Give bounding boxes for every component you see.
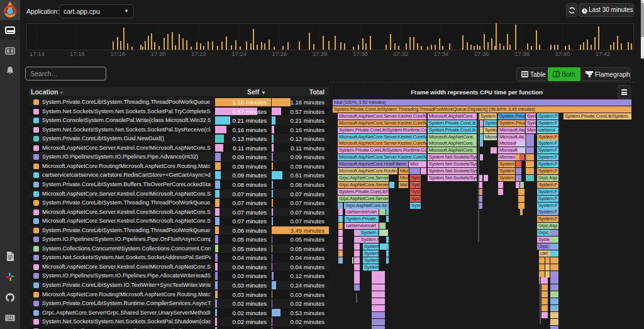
svg-text:17:34: 17:34 — [434, 50, 449, 57]
svg-text:17:36: 17:36 — [474, 50, 489, 57]
svg-text:17:26: 17:26 — [272, 50, 287, 57]
svg-text:17:16: 17:16 — [70, 50, 85, 57]
svg-text:17:28: 17:28 — [313, 50, 328, 57]
svg-text:17:22: 17:22 — [191, 50, 206, 57]
svg-text:17:38: 17:38 — [514, 50, 530, 57]
svg-text:17:32: 17:32 — [393, 50, 408, 57]
svg-text:17:24: 17:24 — [231, 50, 247, 57]
svg-text:17:42: 17:42 — [596, 50, 611, 57]
svg-text:17:30: 17:30 — [353, 50, 368, 57]
svg-text:17:14: 17:14 — [30, 50, 45, 57]
svg-text:17:40: 17:40 — [555, 50, 570, 57]
svg-text:17:20: 17:20 — [151, 50, 166, 57]
svg-text:17:18: 17:18 — [110, 50, 125, 57]
